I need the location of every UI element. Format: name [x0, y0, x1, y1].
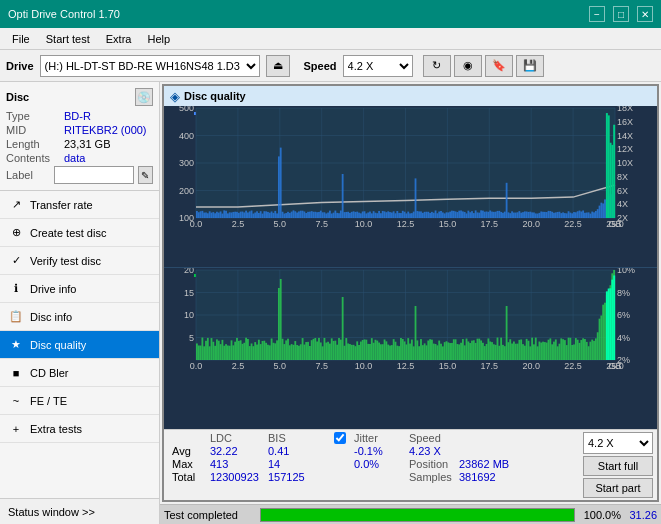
drive-info-icon: ℹ [8, 281, 24, 297]
minimize-button[interactable]: − [589, 6, 605, 22]
speed-label: Speed [304, 60, 337, 72]
progress-value: 31.26 [627, 509, 657, 521]
sidebar-item-drive-info[interactable]: ℹ Drive info [0, 275, 159, 303]
speed-action-button2[interactable]: 🔖 [485, 55, 513, 77]
content-area: ◈ Disc quality LDC Read speed [160, 82, 661, 524]
progress-bar [260, 508, 575, 522]
jitter-checkbox-container [332, 432, 352, 444]
sidebar-item-label-transfer-rate: Transfer rate [30, 199, 93, 211]
disc-mid-value: RITEKBR2 (000) [64, 124, 147, 136]
disc-icon-button[interactable]: 💿 [135, 88, 153, 106]
disc-type-label: Type [6, 110, 64, 122]
speed-refresh-button[interactable]: ↻ [423, 55, 451, 77]
status-window-label: Status window >> [8, 506, 95, 518]
drive-label: Drive [6, 60, 34, 72]
sidebar-item-label-fe-te: FE / TE [30, 395, 67, 407]
total-label: Total [170, 471, 208, 483]
sidebar: Disc 💿 Type BD-R MID RITEKBR2 (000) Leng… [0, 82, 160, 524]
disc-label-input[interactable] [54, 166, 134, 184]
disc-length-value: 23,31 GB [64, 138, 110, 150]
speed-buttons: ↻ ◉ 🔖 💾 [423, 55, 544, 77]
disc-panel-title: Disc [6, 91, 29, 103]
speed-action-button1[interactable]: ◉ [454, 55, 482, 77]
sidebar-item-label-drive-info: Drive info [30, 283, 76, 295]
transfer-rate-icon: ↗ [8, 197, 24, 213]
menu-file[interactable]: File [4, 31, 38, 47]
disc-label-label: Label [6, 169, 50, 181]
titlebar: Opti Drive Control 1.70 − □ ✕ [0, 0, 661, 28]
extra-tests-icon: + [8, 421, 24, 437]
disc-quality-titlebar: ◈ Disc quality [164, 86, 657, 106]
create-test-disc-icon: ⊕ [8, 225, 24, 241]
window-controls: − □ ✕ [589, 6, 653, 22]
sidebar-item-verify-test-disc[interactable]: ✓ Verify test disc [0, 247, 159, 275]
total-bis: 157125 [266, 471, 316, 483]
jitter-checkbox[interactable] [334, 432, 346, 444]
stats-bis-header: BIS [266, 432, 316, 444]
menu-extra[interactable]: Extra [98, 31, 140, 47]
disc-panel: Disc 💿 Type BD-R MID RITEKBR2 (000) Leng… [0, 82, 159, 191]
lower-chart [164, 268, 657, 378]
stats-area: LDC BIS Jitter Speed Avg 32.22 [164, 429, 657, 500]
disc-length-label: Length [6, 138, 64, 150]
samples-val: 381692 [457, 471, 517, 483]
disc-label-edit-button[interactable]: ✎ [138, 166, 154, 184]
maximize-button[interactable]: □ [613, 6, 629, 22]
disc-quality-icon: ★ [8, 337, 24, 353]
speed-select[interactable]: 4.2 X [343, 55, 413, 77]
max-ldc: 413 [208, 458, 266, 470]
sidebar-item-label-cd-bler: CD Bler [30, 367, 69, 379]
avg-ldc: 32.22 [208, 445, 266, 457]
stats-speed-header: Speed [407, 432, 457, 444]
verify-test-disc-icon: ✓ [8, 253, 24, 269]
sidebar-menu: ↗ Transfer rate ⊕ Create test disc ✓ Ver… [0, 191, 159, 498]
avg-label: Avg [170, 445, 208, 457]
sidebar-item-label-disc-info: Disc info [30, 311, 72, 323]
disc-type-value: BD-R [64, 110, 91, 122]
start-full-button[interactable]: Start full [583, 456, 653, 476]
sidebar-item-fe-te[interactable]: ~ FE / TE [0, 387, 159, 415]
progress-percent: 100.0% [581, 509, 621, 521]
avg-bis: 0.41 [266, 445, 316, 457]
quality-speed-select[interactable]: 4.2 X [583, 432, 653, 454]
sidebar-item-disc-info[interactable]: 📋 Disc info [0, 303, 159, 331]
status-window-button[interactable]: Status window >> [0, 498, 159, 524]
sidebar-item-disc-quality[interactable]: ★ Disc quality [0, 331, 159, 359]
avg-jitter: -0.1% [352, 445, 407, 457]
sidebar-item-label-disc-quality: Disc quality [30, 339, 86, 351]
menubar: File Start test Extra Help [0, 28, 661, 50]
menu-help[interactable]: Help [139, 31, 178, 47]
sidebar-item-extra-tests[interactable]: + Extra tests [0, 415, 159, 443]
sidebar-item-create-test-disc[interactable]: ⊕ Create test disc [0, 219, 159, 247]
disc-contents-label: Contents [6, 152, 64, 164]
avg-speed: 4.23 X [407, 445, 457, 457]
drive-select[interactable]: (H:) HL-DT-ST BD-RE WH16NS48 1.D3 [40, 55, 260, 77]
sidebar-item-label-create-test-disc: Create test disc [30, 227, 106, 239]
disc-quality-panel-icon: ◈ [170, 89, 180, 104]
position-label: Position [407, 458, 457, 470]
progress-fill [261, 509, 574, 521]
status-text: Test completed [164, 509, 254, 521]
sidebar-item-cd-bler[interactable]: ■ CD Bler [0, 359, 159, 387]
disc-mid-label: MID [6, 124, 64, 136]
stats-jitter-header: Jitter [352, 432, 407, 444]
disc-quality-panel-title: Disc quality [184, 90, 246, 102]
max-label: Max [170, 458, 208, 470]
position-val: 23862 MB [457, 458, 517, 470]
speed-save-button[interactable]: 💾 [516, 55, 544, 77]
max-jitter: 0.0% [352, 458, 407, 470]
sidebar-item-label-verify-test-disc: Verify test disc [30, 255, 101, 267]
menu-start-test[interactable]: Start test [38, 31, 98, 47]
disc-quality-panel: ◈ Disc quality LDC Read speed [162, 84, 659, 502]
disc-contents-value: data [64, 152, 85, 164]
disc-fields: Type BD-R MID RITEKBR2 (000) Length 23,3… [6, 110, 153, 184]
app-title: Opti Drive Control 1.70 [8, 8, 120, 20]
drivebar: Drive (H:) HL-DT-ST BD-RE WH16NS48 1.D3 … [0, 50, 661, 82]
sidebar-item-label-extra-tests: Extra tests [30, 423, 82, 435]
fe-te-icon: ~ [8, 393, 24, 409]
drive-eject-button[interactable]: ⏏ [266, 55, 290, 77]
stats-ldc-header: LDC [208, 432, 266, 444]
close-button[interactable]: ✕ [637, 6, 653, 22]
sidebar-item-transfer-rate[interactable]: ↗ Transfer rate [0, 191, 159, 219]
start-part-button[interactable]: Start part [583, 478, 653, 498]
